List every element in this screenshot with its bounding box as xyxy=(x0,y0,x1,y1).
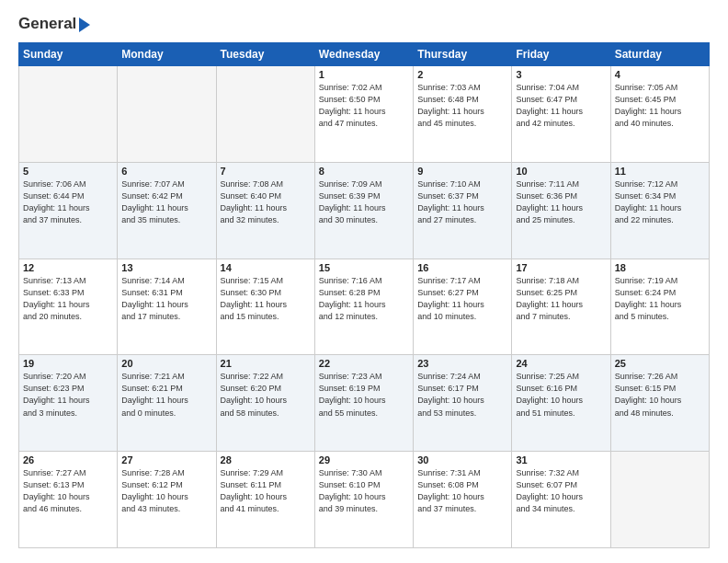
day-info: Sunrise: 7:08 AM Sunset: 6:40 PM Dayligh… xyxy=(221,178,311,226)
day-info: Sunrise: 7:05 AM Sunset: 6:45 PM Dayligh… xyxy=(615,82,705,130)
calendar-cell: 31Sunrise: 7:32 AM Sunset: 6:07 PM Dayli… xyxy=(512,452,610,548)
day-info: Sunrise: 7:26 AM Sunset: 6:15 PM Dayligh… xyxy=(615,371,705,419)
week-row-4: 19Sunrise: 7:20 AM Sunset: 6:23 PM Dayli… xyxy=(19,355,710,452)
day-info: Sunrise: 7:11 AM Sunset: 6:36 PM Dayligh… xyxy=(516,178,606,226)
day-info: Sunrise: 7:16 AM Sunset: 6:28 PM Dayligh… xyxy=(319,275,409,323)
day-info: Sunrise: 7:32 AM Sunset: 6:07 PM Dayligh… xyxy=(516,467,606,515)
calendar-cell xyxy=(216,66,314,163)
day-info: Sunrise: 7:14 AM Sunset: 6:31 PM Dayligh… xyxy=(121,275,211,323)
day-number: 23 xyxy=(417,358,507,369)
day-number: 30 xyxy=(417,454,507,465)
calendar-cell: 25Sunrise: 7:26 AM Sunset: 6:15 PM Dayli… xyxy=(610,355,709,452)
weekday-header-wednesday: Wednesday xyxy=(314,43,413,66)
calendar-cell: 30Sunrise: 7:31 AM Sunset: 6:08 PM Dayli… xyxy=(414,452,512,548)
calendar-cell xyxy=(610,452,709,548)
day-number: 25 xyxy=(615,358,705,369)
calendar-cell: 21Sunrise: 7:22 AM Sunset: 6:20 PM Dayli… xyxy=(216,355,314,452)
calendar-cell xyxy=(118,66,216,163)
weekday-header-row: SundayMondayTuesdayWednesdayThursdayFrid… xyxy=(19,43,710,66)
day-number: 6 xyxy=(121,166,211,177)
calendar-cell: 18Sunrise: 7:19 AM Sunset: 6:24 PM Dayli… xyxy=(610,259,709,355)
day-info: Sunrise: 7:07 AM Sunset: 6:42 PM Dayligh… xyxy=(121,178,211,226)
day-info: Sunrise: 7:06 AM Sunset: 6:44 PM Dayligh… xyxy=(23,178,113,226)
day-info: Sunrise: 7:13 AM Sunset: 6:33 PM Dayligh… xyxy=(23,275,113,323)
day-info: Sunrise: 7:30 AM Sunset: 6:10 PM Dayligh… xyxy=(319,467,409,515)
day-info: Sunrise: 7:03 AM Sunset: 6:48 PM Dayligh… xyxy=(417,82,507,130)
calendar-cell: 4Sunrise: 7:05 AM Sunset: 6:45 PM Daylig… xyxy=(610,66,709,163)
day-info: Sunrise: 7:17 AM Sunset: 6:27 PM Dayligh… xyxy=(417,275,507,323)
day-info: Sunrise: 7:28 AM Sunset: 6:12 PM Dayligh… xyxy=(121,467,211,515)
calendar-cell: 29Sunrise: 7:30 AM Sunset: 6:10 PM Dayli… xyxy=(314,452,413,548)
calendar-cell: 5Sunrise: 7:06 AM Sunset: 6:44 PM Daylig… xyxy=(19,162,118,259)
day-info: Sunrise: 7:09 AM Sunset: 6:39 PM Dayligh… xyxy=(319,178,409,226)
calendar-table: SundayMondayTuesdayWednesdayThursdayFrid… xyxy=(18,42,710,548)
calendar-cell: 8Sunrise: 7:09 AM Sunset: 6:39 PM Daylig… xyxy=(314,162,413,259)
weekday-header-thursday: Thursday xyxy=(414,43,512,66)
week-row-1: 1Sunrise: 7:02 AM Sunset: 6:50 PM Daylig… xyxy=(19,66,710,163)
calendar-cell: 22Sunrise: 7:23 AM Sunset: 6:19 PM Dayli… xyxy=(314,355,413,452)
day-info: Sunrise: 7:10 AM Sunset: 6:37 PM Dayligh… xyxy=(417,178,507,226)
day-info: Sunrise: 7:04 AM Sunset: 6:47 PM Dayligh… xyxy=(516,82,606,130)
calendar-cell: 1Sunrise: 7:02 AM Sunset: 6:50 PM Daylig… xyxy=(314,66,413,163)
day-info: Sunrise: 7:12 AM Sunset: 6:34 PM Dayligh… xyxy=(615,178,705,226)
calendar-cell: 16Sunrise: 7:17 AM Sunset: 6:27 PM Dayli… xyxy=(414,259,512,355)
day-number: 4 xyxy=(615,69,705,80)
day-number: 18 xyxy=(615,262,705,273)
day-info: Sunrise: 7:02 AM Sunset: 6:50 PM Dayligh… xyxy=(319,82,409,130)
weekday-header-friday: Friday xyxy=(512,43,610,66)
logo: General xyxy=(18,15,90,33)
calendar-cell: 26Sunrise: 7:27 AM Sunset: 6:13 PM Dayli… xyxy=(19,452,118,548)
day-number: 10 xyxy=(516,166,606,177)
day-number: 3 xyxy=(516,69,606,80)
day-number: 7 xyxy=(221,166,311,177)
day-info: Sunrise: 7:29 AM Sunset: 6:11 PM Dayligh… xyxy=(221,467,311,515)
calendar-cell: 11Sunrise: 7:12 AM Sunset: 6:34 PM Dayli… xyxy=(610,162,709,259)
calendar-cell: 19Sunrise: 7:20 AM Sunset: 6:23 PM Dayli… xyxy=(19,355,118,452)
day-number: 1 xyxy=(319,69,409,80)
day-number: 5 xyxy=(23,166,113,177)
day-number: 15 xyxy=(319,262,409,273)
calendar-cell: 7Sunrise: 7:08 AM Sunset: 6:40 PM Daylig… xyxy=(216,162,314,259)
day-info: Sunrise: 7:15 AM Sunset: 6:30 PM Dayligh… xyxy=(221,275,311,323)
calendar-cell: 12Sunrise: 7:13 AM Sunset: 6:33 PM Dayli… xyxy=(19,259,118,355)
week-row-3: 12Sunrise: 7:13 AM Sunset: 6:33 PM Dayli… xyxy=(19,259,710,355)
calendar-cell: 14Sunrise: 7:15 AM Sunset: 6:30 PM Dayli… xyxy=(216,259,314,355)
weekday-header-monday: Monday xyxy=(118,43,216,66)
calendar-cell: 28Sunrise: 7:29 AM Sunset: 6:11 PM Dayli… xyxy=(216,452,314,548)
day-info: Sunrise: 7:19 AM Sunset: 6:24 PM Dayligh… xyxy=(615,275,705,323)
logo-triangle xyxy=(79,17,90,32)
day-info: Sunrise: 7:23 AM Sunset: 6:19 PM Dayligh… xyxy=(319,371,409,419)
calendar-cell: 27Sunrise: 7:28 AM Sunset: 6:12 PM Dayli… xyxy=(118,452,216,548)
day-number: 24 xyxy=(516,358,606,369)
calendar-cell: 17Sunrise: 7:18 AM Sunset: 6:25 PM Dayli… xyxy=(512,259,610,355)
day-info: Sunrise: 7:22 AM Sunset: 6:20 PM Dayligh… xyxy=(221,371,311,419)
day-number: 11 xyxy=(615,166,705,177)
calendar-cell: 23Sunrise: 7:24 AM Sunset: 6:17 PM Dayli… xyxy=(414,355,512,452)
day-info: Sunrise: 7:25 AM Sunset: 6:16 PM Dayligh… xyxy=(516,371,606,419)
day-number: 13 xyxy=(121,262,211,273)
day-number: 21 xyxy=(221,358,311,369)
week-row-2: 5Sunrise: 7:06 AM Sunset: 6:44 PM Daylig… xyxy=(19,162,710,259)
day-number: 31 xyxy=(516,454,606,465)
logo-line1: General xyxy=(18,15,90,33)
day-number: 12 xyxy=(23,262,113,273)
day-info: Sunrise: 7:21 AM Sunset: 6:21 PM Dayligh… xyxy=(121,371,211,419)
calendar-cell: 20Sunrise: 7:21 AM Sunset: 6:21 PM Dayli… xyxy=(118,355,216,452)
calendar-cell: 13Sunrise: 7:14 AM Sunset: 6:31 PM Dayli… xyxy=(118,259,216,355)
day-number: 28 xyxy=(221,454,311,465)
calendar-cell: 2Sunrise: 7:03 AM Sunset: 6:48 PM Daylig… xyxy=(414,66,512,163)
calendar-cell: 15Sunrise: 7:16 AM Sunset: 6:28 PM Dayli… xyxy=(314,259,413,355)
weekday-header-saturday: Saturday xyxy=(610,43,709,66)
weekday-header-tuesday: Tuesday xyxy=(216,43,314,66)
calendar-cell: 6Sunrise: 7:07 AM Sunset: 6:42 PM Daylig… xyxy=(118,162,216,259)
day-info: Sunrise: 7:18 AM Sunset: 6:25 PM Dayligh… xyxy=(516,275,606,323)
day-number: 22 xyxy=(319,358,409,369)
day-number: 20 xyxy=(121,358,211,369)
day-number: 29 xyxy=(319,454,409,465)
day-info: Sunrise: 7:24 AM Sunset: 6:17 PM Dayligh… xyxy=(417,371,507,419)
day-number: 16 xyxy=(417,262,507,273)
day-number: 2 xyxy=(417,69,507,80)
day-info: Sunrise: 7:27 AM Sunset: 6:13 PM Dayligh… xyxy=(23,467,113,515)
calendar-cell: 24Sunrise: 7:25 AM Sunset: 6:16 PM Dayli… xyxy=(512,355,610,452)
day-info: Sunrise: 7:20 AM Sunset: 6:23 PM Dayligh… xyxy=(23,371,113,419)
